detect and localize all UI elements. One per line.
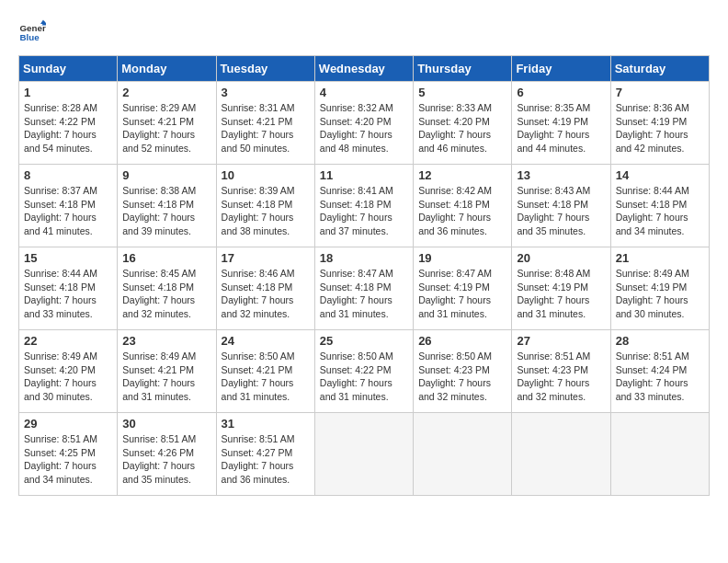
day-info: Sunrise: 8:49 AM Sunset: 4:20 PM Dayligh… (24, 350, 112, 404)
calendar-cell: 10 Sunrise: 8:39 AM Sunset: 4:18 PM Dayl… (216, 165, 314, 247)
day-info: Sunrise: 8:43 AM Sunset: 4:18 PM Dayligh… (517, 184, 605, 238)
day-info: Sunrise: 8:50 AM Sunset: 4:21 PM Dayligh… (222, 350, 310, 404)
day-number: 16 (122, 251, 210, 265)
calendar-row: 15 Sunrise: 8:44 AM Sunset: 4:18 PM Dayl… (19, 247, 710, 330)
calendar-cell: 28 Sunrise: 8:51 AM Sunset: 4:24 PM Dayl… (610, 330, 709, 413)
calendar-cell: 1 Sunrise: 8:28 AM Sunset: 4:22 PM Dayli… (19, 82, 118, 165)
calendar-cell: 22 Sunrise: 8:49 AM Sunset: 4:20 PM Dayl… (19, 330, 118, 413)
day-number: 17 (222, 251, 310, 265)
calendar-cell: 16 Sunrise: 8:45 AM Sunset: 4:18 PM Dayl… (118, 247, 216, 330)
calendar-cell: 14 Sunrise: 8:44 AM Sunset: 4:18 PM Dayl… (610, 165, 709, 247)
calendar-table: SundayMondayTuesdayWednesdayThursdayFrid… (18, 55, 710, 496)
calendar-cell: 31 Sunrise: 8:51 AM Sunset: 4:27 PM Dayl… (216, 413, 314, 496)
day-info: Sunrise: 8:48 AM Sunset: 4:19 PM Dayligh… (517, 267, 605, 321)
day-number: 21 (616, 251, 704, 265)
calendar-cell (314, 413, 413, 496)
svg-text:General: General (20, 23, 47, 33)
calendar-row: 8 Sunrise: 8:37 AM Sunset: 4:18 PM Dayli… (19, 165, 710, 247)
calendar-cell: 13 Sunrise: 8:43 AM Sunset: 4:18 PM Dayl… (512, 165, 610, 247)
calendar-cell: 26 Sunrise: 8:50 AM Sunset: 4:23 PM Dayl… (414, 330, 512, 413)
calendar-cell (512, 413, 610, 496)
day-info: Sunrise: 8:49 AM Sunset: 4:21 PM Dayligh… (122, 350, 210, 404)
day-number: 19 (418, 251, 506, 265)
calendar-row: 29 Sunrise: 8:51 AM Sunset: 4:25 PM Dayl… (19, 413, 710, 496)
calendar-cell: 17 Sunrise: 8:46 AM Sunset: 4:18 PM Dayl… (216, 247, 314, 330)
day-number: 27 (517, 334, 605, 348)
day-info: Sunrise: 8:44 AM Sunset: 4:18 PM Dayligh… (616, 184, 704, 238)
calendar-cell: 18 Sunrise: 8:47 AM Sunset: 4:18 PM Dayl… (314, 247, 413, 330)
calendar-cell: 4 Sunrise: 8:32 AM Sunset: 4:20 PM Dayli… (314, 82, 413, 165)
calendar-cell: 5 Sunrise: 8:33 AM Sunset: 4:20 PM Dayli… (414, 82, 512, 165)
day-number: 28 (616, 334, 704, 348)
day-info: Sunrise: 8:45 AM Sunset: 4:18 PM Dayligh… (122, 267, 210, 321)
day-info: Sunrise: 8:51 AM Sunset: 4:23 PM Dayligh… (517, 350, 605, 404)
day-info: Sunrise: 8:50 AM Sunset: 4:23 PM Dayligh… (418, 350, 506, 404)
day-info: Sunrise: 8:33 AM Sunset: 4:20 PM Dayligh… (418, 101, 506, 155)
day-info: Sunrise: 8:51 AM Sunset: 4:25 PM Dayligh… (24, 432, 112, 487)
calendar-cell: 23 Sunrise: 8:49 AM Sunset: 4:21 PM Dayl… (118, 330, 216, 413)
header-cell-thursday: Thursday (414, 56, 512, 82)
calendar-cell (414, 413, 512, 496)
day-number: 20 (517, 251, 605, 265)
day-info: Sunrise: 8:29 AM Sunset: 4:21 PM Dayligh… (122, 101, 210, 155)
calendar-cell: 15 Sunrise: 8:44 AM Sunset: 4:18 PM Dayl… (19, 247, 118, 330)
calendar-cell: 21 Sunrise: 8:49 AM Sunset: 4:19 PM Dayl… (610, 247, 709, 330)
day-number: 6 (517, 86, 605, 99)
calendar-cell: 30 Sunrise: 8:51 AM Sunset: 4:26 PM Dayl… (118, 413, 216, 496)
day-info: Sunrise: 8:41 AM Sunset: 4:18 PM Dayligh… (320, 184, 408, 238)
calendar-cell (610, 413, 709, 496)
day-number: 3 (222, 86, 310, 99)
calendar-cell: 3 Sunrise: 8:31 AM Sunset: 4:21 PM Dayli… (216, 82, 314, 165)
header-cell-wednesday: Wednesday (314, 56, 413, 82)
day-info: Sunrise: 8:50 AM Sunset: 4:22 PM Dayligh… (320, 350, 408, 404)
day-number: 12 (418, 168, 506, 182)
day-number: 5 (418, 86, 506, 99)
day-number: 14 (616, 168, 704, 182)
day-info: Sunrise: 8:28 AM Sunset: 4:22 PM Dayligh… (24, 101, 112, 155)
svg-text:Blue: Blue (20, 32, 40, 42)
day-info: Sunrise: 8:39 AM Sunset: 4:18 PM Dayligh… (222, 184, 310, 238)
day-number: 9 (122, 168, 210, 182)
day-number: 18 (320, 251, 408, 265)
calendar-cell: 29 Sunrise: 8:51 AM Sunset: 4:25 PM Dayl… (19, 413, 118, 496)
calendar-cell: 11 Sunrise: 8:41 AM Sunset: 4:18 PM Dayl… (314, 165, 413, 247)
day-number: 1 (24, 86, 112, 99)
day-info: Sunrise: 8:47 AM Sunset: 4:19 PM Dayligh… (418, 267, 506, 321)
calendar-cell: 27 Sunrise: 8:51 AM Sunset: 4:23 PM Dayl… (512, 330, 610, 413)
header-cell-friday: Friday (512, 56, 610, 82)
calendar-row: 22 Sunrise: 8:49 AM Sunset: 4:20 PM Dayl… (19, 330, 710, 413)
day-info: Sunrise: 8:51 AM Sunset: 4:26 PM Dayligh… (122, 432, 210, 487)
day-number: 30 (122, 417, 210, 431)
day-number: 31 (222, 417, 310, 431)
calendar-cell: 12 Sunrise: 8:42 AM Sunset: 4:18 PM Dayl… (414, 165, 512, 247)
day-info: Sunrise: 8:51 AM Sunset: 4:27 PM Dayligh… (222, 432, 310, 487)
day-info: Sunrise: 8:49 AM Sunset: 4:19 PM Dayligh… (616, 267, 704, 321)
day-number: 4 (320, 86, 408, 99)
calendar-cell: 7 Sunrise: 8:36 AM Sunset: 4:19 PM Dayli… (610, 82, 709, 165)
calendar-row: 1 Sunrise: 8:28 AM Sunset: 4:22 PM Dayli… (19, 82, 710, 165)
day-info: Sunrise: 8:31 AM Sunset: 4:21 PM Dayligh… (222, 101, 310, 155)
header-cell-monday: Monday (118, 56, 216, 82)
day-info: Sunrise: 8:35 AM Sunset: 4:19 PM Dayligh… (517, 101, 605, 155)
day-info: Sunrise: 8:36 AM Sunset: 4:19 PM Dayligh… (616, 101, 704, 155)
day-number: 2 (122, 86, 210, 99)
day-info: Sunrise: 8:38 AM Sunset: 4:18 PM Dayligh… (122, 184, 210, 238)
day-info: Sunrise: 8:47 AM Sunset: 4:18 PM Dayligh… (320, 267, 408, 321)
day-info: Sunrise: 8:46 AM Sunset: 4:18 PM Dayligh… (222, 267, 310, 321)
logo: General Blue (18, 18, 46, 46)
header-cell-saturday: Saturday (610, 56, 709, 82)
calendar-cell: 9 Sunrise: 8:38 AM Sunset: 4:18 PM Dayli… (118, 165, 216, 247)
calendar-cell: 19 Sunrise: 8:47 AM Sunset: 4:19 PM Dayl… (414, 247, 512, 330)
day-number: 22 (24, 334, 112, 348)
day-number: 13 (517, 168, 605, 182)
calendar-cell: 20 Sunrise: 8:48 AM Sunset: 4:19 PM Dayl… (512, 247, 610, 330)
day-number: 7 (616, 86, 704, 99)
calendar-cell: 8 Sunrise: 8:37 AM Sunset: 4:18 PM Dayli… (19, 165, 118, 247)
logo-icon: General Blue (18, 18, 46, 46)
calendar-cell: 25 Sunrise: 8:50 AM Sunset: 4:22 PM Dayl… (314, 330, 413, 413)
day-info: Sunrise: 8:51 AM Sunset: 4:24 PM Dayligh… (616, 350, 704, 404)
day-number: 8 (24, 168, 112, 182)
day-number: 29 (24, 417, 112, 431)
header-row: SundayMondayTuesdayWednesdayThursdayFrid… (19, 56, 710, 82)
header-cell-tuesday: Tuesday (216, 56, 314, 82)
